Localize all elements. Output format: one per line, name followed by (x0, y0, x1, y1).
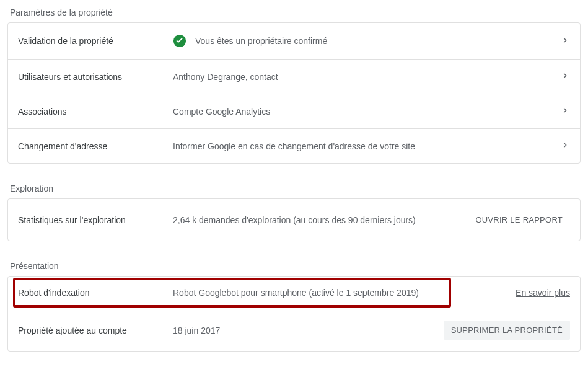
row-value-crawl-stats: 2,64 k demandes d'exploration (au cours … (173, 215, 468, 225)
chevron-right-icon (553, 71, 570, 82)
row-crawl-stats: Statistiques sur l'exploration 2,64 k de… (8, 199, 580, 241)
row-value-validation: Vous êtes un propriétaire confirmé (173, 34, 553, 48)
row-value-text-validation: Vous êtes un propriétaire confirmé (195, 36, 327, 46)
card-presentation: Robot d'indexation Robot Googlebot pour … (7, 276, 581, 352)
chevron-right-icon (553, 140, 570, 152)
row-label-crawl-stats: Statistiques sur l'exploration (18, 215, 173, 225)
row-label-validation: Validation de la propriété (18, 36, 173, 46)
row-label-associations: Associations (18, 107, 173, 117)
section-title-exploration: Exploration (0, 176, 588, 198)
row-value-crawler: Robot Googlebot pour smartphone (activé … (173, 288, 516, 298)
section-title-presentation: Présentation (0, 254, 588, 276)
chevron-right-icon (553, 35, 570, 47)
check-circle-icon (173, 34, 186, 48)
row-label-users: Utilisateurs et autorisations (18, 72, 173, 82)
card-property-settings: Validation de la propriété Vous êtes un … (7, 22, 581, 164)
learn-more-link[interactable]: En savoir plus (516, 288, 570, 298)
open-report-button[interactable]: OUVRIR LE RAPPORT (468, 210, 570, 229)
row-crawler: Robot d'indexation Robot Googlebot pour … (8, 277, 580, 309)
row-users[interactable]: Utilisateurs et autorisations Anthony De… (8, 60, 580, 94)
row-property-added: Propriété ajoutée au compte 18 juin 2017… (8, 309, 580, 351)
row-validation[interactable]: Validation de la propriété Vous êtes un … (8, 23, 580, 60)
row-label-address-change: Changement d'adresse (18, 141, 173, 151)
delete-property-button[interactable]: SUPPRIMER LA PROPRIÉTÉ (444, 321, 570, 340)
card-exploration: Statistiques sur l'exploration 2,64 k de… (7, 198, 581, 241)
row-label-property-added: Propriété ajoutée au compte (18, 326, 173, 335)
row-address-change[interactable]: Changement d'adresse Informer Google en … (8, 129, 580, 163)
row-label-crawler: Robot d'indexation (18, 288, 173, 298)
row-associations[interactable]: Associations Compte Google Analytics (8, 94, 580, 129)
section-title-property-settings: Paramètres de la propriété (0, 0, 588, 22)
row-value-users: Anthony Degrange, contact (173, 72, 553, 82)
row-value-property-added: 18 juin 2017 (173, 326, 444, 335)
row-value-associations: Compte Google Analytics (173, 107, 553, 117)
row-value-address-change: Informer Google en cas de changement d'a… (173, 141, 553, 151)
chevron-right-icon (553, 105, 570, 117)
